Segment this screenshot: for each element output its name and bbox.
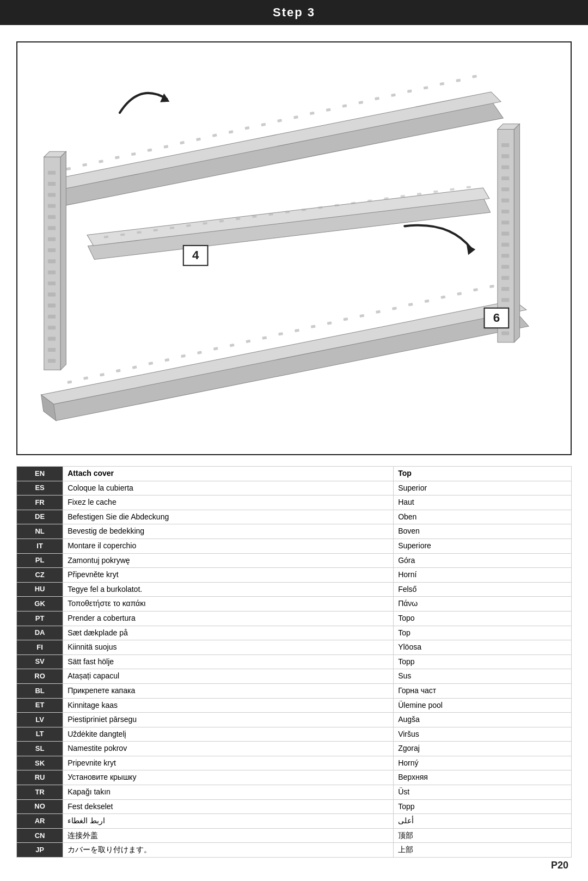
lang-code-cell: AR [17,814,63,829]
lang-code-cell: CN [17,828,63,843]
lang-code-cell: FR [17,495,63,510]
lang-text-cell: Τοποθετήστε το καπάκι [63,597,394,611]
svg-rect-94 [501,254,509,258]
svg-rect-74 [48,292,56,296]
lang-text-cell: Прикрепете капака [63,683,394,698]
table-row: ARاربط الغطاءأعلى [17,814,572,829]
svg-rect-105 [120,234,125,236]
lang-top-cell: Горна част [394,683,572,698]
lang-text-cell: Установите крышку [63,770,394,785]
diagram-svg: 4 6 [17,42,571,454]
table-row: PLZamontuj pokrywęGóra [17,553,572,568]
table-row: GKΤοποθετήστε το καπάκιΠάνω [17,597,572,611]
svg-rect-109 [186,224,191,227]
table-row: RUУстановите крышкуВерхняя [17,770,572,785]
lang-text-cell: Tegye fel a burkolatot. [63,582,394,597]
lang-top-cell: Felső [394,582,572,597]
svg-rect-90 [501,210,509,213]
svg-rect-115 [285,211,290,213]
lang-text-cell: Montare il coperchio [63,539,394,553]
lang-top-cell: أعلى [394,814,572,829]
lang-text-cell: Fixez le cache [63,495,394,510]
lang-text-cell: اربط الغطاء [63,814,394,829]
page-number: P20 [551,860,568,871]
lang-top-cell: Viršus [394,727,572,742]
svg-rect-122 [400,195,405,198]
table-row: PTPrender a coberturaTopo [17,611,572,626]
svg-rect-80 [48,359,56,363]
table-row: ITMontare il coperchioSuperiore [17,539,572,553]
table-row: BLПрикрепете капакаГорна част [17,683,572,698]
svg-rect-104 [104,236,108,238]
svg-rect-68 [48,226,56,230]
svg-rect-64 [48,182,56,186]
lang-top-cell: Ülemine pool [394,698,572,713]
lang-top-cell: Sus [394,669,572,684]
table-row: SKPripevnite krytHorný [17,756,572,770]
lang-text-cell: Fest dekselet [63,799,394,814]
lang-text-cell: Pripevnite kryt [63,756,394,770]
table-row: DEBefestigen Sie die AbdeckungOben [17,510,572,524]
svg-rect-77 [48,326,56,329]
lang-text-cell: Bevestig de bedekking [63,524,394,539]
lang-top-cell: Πάνω [394,597,572,611]
table-row: ROAtașați capaculSus [17,669,572,684]
lang-code-cell: FI [17,640,63,655]
svg-rect-114 [268,213,273,216]
lang-top-cell: Superior [394,481,572,495]
lang-top-cell: Ylöosa [394,640,572,655]
svg-rect-101 [501,331,509,335]
svg-rect-111 [219,220,224,223]
lang-code-cell: LT [17,727,63,742]
table-row: ETKinnitage kaasÜlemine pool [17,698,572,713]
lang-top-cell: Üst [394,785,572,800]
lang-code-cell: CZ [17,568,63,583]
table-row: FRFixez le cacheHaut [17,495,572,510]
svg-rect-112 [236,218,240,221]
lang-code-cell: DE [17,510,63,524]
lang-top-cell: Boven [394,524,572,539]
svg-rect-110 [203,222,207,225]
lang-text-cell: 连接外盖 [63,828,394,843]
svg-marker-62 [60,151,66,370]
svg-rect-71 [48,259,56,263]
svg-rect-76 [48,315,56,319]
lang-top-cell: 上部 [394,843,572,858]
lang-text-cell: Piestipriniet pārsegu [63,713,394,727]
lang-code-cell: RU [17,770,63,785]
svg-rect-88 [501,187,509,191]
page-header: Step 3 [0,0,588,25]
lang-text-cell: Sæt dækplade på [63,626,394,640]
lang-code-cell: GK [17,597,63,611]
svg-rect-66 [48,204,56,208]
table-row: ESColoque la cubiertaSuperior [17,481,572,495]
table-row: CZPřipevněte krytHorní [17,568,572,583]
svg-rect-73 [48,282,56,285]
lang-top-cell: Horní [394,568,572,583]
lang-text-cell: Befestigen Sie die Abdeckung [63,510,394,524]
lang-code-cell: ET [17,698,63,713]
lang-code-cell: PL [17,553,63,568]
table-row: NOFest dekseletTopp [17,799,572,814]
svg-marker-83 [514,124,519,342]
lang-top-cell: Góra [394,553,572,568]
lang-text-cell: Zamontuj pokrywę [63,553,394,568]
lang-text-cell: Kiinnitä suojus [63,640,394,655]
lang-code-cell: LV [17,713,63,727]
lang-code-cell: PT [17,611,63,626]
lang-code-cell: NO [17,799,63,814]
svg-rect-121 [384,197,388,200]
lang-code-cell: TR [17,785,63,800]
svg-rect-72 [48,271,56,274]
lang-text-cell: Attach cover [63,467,394,481]
svg-rect-86 [501,166,509,169]
table-row: TRKapağı takınÜst [17,785,572,800]
svg-rect-87 [501,176,509,180]
table-row: SLNamestite pokrovZgoraj [17,742,572,756]
lang-text-cell: Uždėkite dangtelį [63,727,394,742]
svg-rect-89 [501,199,509,203]
lang-top-cell: Horný [394,756,572,770]
svg-rect-124 [433,191,438,193]
lang-code-cell: RO [17,669,63,684]
lang-top-cell: Topp [394,799,572,814]
